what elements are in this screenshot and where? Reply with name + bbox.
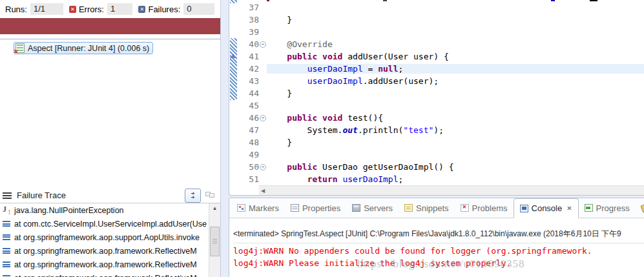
code-line[interactable]: 41 public void addUser(User user) {: [238, 50, 644, 63]
line-number[interactable]: 37: [238, 3, 259, 12]
tab-label: Markers: [249, 203, 279, 213]
tab-problems[interactable]: Problems: [455, 198, 514, 218]
line-number[interactable]: 42: [238, 64, 259, 74]
line-number[interactable]: 47: [238, 125, 259, 135]
failures-label: Failures:: [148, 5, 180, 14]
scrollbar-thumb[interactable]: [210, 227, 220, 256]
log-line: log4j:WARN No appenders could be found f…: [233, 245, 644, 257]
servers-icon: [352, 204, 360, 212]
error-count-icon: ✕: [69, 6, 76, 13]
line-number[interactable]: 50: [238, 162, 259, 172]
console-body[interactable]: <terminated> SpringTest.Aspect [JUnit] C…: [229, 218, 644, 269]
trace-text: at org.springframework.aop.framework.Ref…: [14, 247, 197, 256]
tab-label: Servers: [364, 203, 393, 213]
line-number[interactable]: 44: [238, 88, 259, 98]
stack-frame-icon: [3, 248, 10, 254]
tab-snippets[interactable]: Snippets: [399, 198, 455, 218]
line-number[interactable]: 48: [238, 138, 259, 147]
code-line[interactable]: 47 System.out.println("test");: [238, 124, 644, 136]
code-line[interactable]: 44 }: [238, 87, 644, 99]
compare-result-button[interactable]: [203, 190, 216, 201]
runs-label: Runs:: [5, 5, 27, 14]
console-view-panel: MarkersPropertiesServersSnippetsProblems…: [229, 198, 644, 277]
tab-search[interactable]: Search: [636, 198, 644, 218]
trace-text: at org.springframework.aop.framework.Ref…: [14, 274, 197, 277]
tab-label: Console: [532, 203, 563, 213]
code-line[interactable]: 40 @Override: [238, 38, 644, 50]
code-line[interactable]: 43 userDaoImpl.addUser(user);: [238, 75, 644, 87]
test-item-label: Aspect [Runner: JUnit 4] (0.006 s): [28, 44, 149, 53]
line-number[interactable]: 51: [238, 174, 259, 184]
scroll-left-icon[interactable]: ◀: [259, 188, 265, 194]
failure-trace-list[interactable]: java.lang.NullPointerExceptionat com.ctc…: [0, 203, 209, 277]
console-log-area: log4j:WARN No appenders could be found f…: [233, 243, 644, 269]
properties-icon: [291, 204, 299, 212]
failure-trace-scrollbar[interactable]: ▲: [209, 203, 220, 277]
tab-label: Properties: [302, 203, 340, 213]
code-text: public UserDao getUserDaoImpl() {: [267, 162, 644, 172]
annotation-ruler[interactable]: [229, 0, 238, 186]
trace-row[interactable]: at org.springframework.aop.framework.Ref…: [0, 244, 209, 258]
line-number[interactable]: 43: [238, 76, 259, 86]
code-line[interactable]: 51 return userDaoImpl;: [238, 173, 644, 185]
line-number[interactable]: 40: [238, 39, 259, 49]
stack-frame-icon: [3, 234, 10, 240]
code-lines[interactable]: 3738 }3940 @Override41 public void addUs…: [238, 1, 644, 185]
failures-value: 0: [183, 3, 214, 15]
line-number[interactable]: 39: [238, 27, 259, 37]
errors-label: Errors:: [79, 5, 104, 14]
stack-frame-icon: [3, 221, 10, 227]
code-line[interactable]: 39: [238, 26, 644, 38]
tab-console[interactable]: Console✕: [514, 198, 579, 218]
code-text: @Override: [267, 39, 644, 49]
junit-test-tree[interactable]: Aspect [Runner: JUnit 4] (0.006 s): [0, 39, 220, 187]
code-text: userDaoImpl = null;: [267, 64, 644, 74]
search-icon: [640, 203, 644, 213]
tab-markers[interactable]: Markers: [231, 198, 285, 218]
failure-count-icon: ✕: [138, 6, 145, 13]
code-line[interactable]: 46 public void test(){: [238, 112, 644, 124]
trace-row[interactable]: at com.ctc.ServiceImpl.UserServiceImpl.a…: [0, 217, 209, 231]
editor-horizontal-scrollbar[interactable]: ◀: [259, 185, 644, 195]
failure-trace-header: Failure Trace ➜➜: [0, 189, 220, 202]
code-text: public void test(){: [267, 113, 644, 123]
tab-close-icon[interactable]: ✕: [566, 205, 572, 212]
code-line[interactable]: 37: [238, 1, 644, 14]
line-number[interactable]: 41: [238, 52, 259, 61]
tab-label: Progress: [596, 203, 630, 213]
java-editor[interactable]: 3738 }3940 @Override41 public void addUs…: [229, 0, 644, 196]
fold-collapse-icon[interactable]: [259, 41, 267, 48]
trace-row[interactable]: at org.springframework.aop.framework.Ref…: [0, 258, 209, 271]
tab-properties[interactable]: Properties: [285, 198, 346, 218]
trace-row[interactable]: java.lang.NullPointerException: [0, 203, 209, 217]
scroll-up-icon[interactable]: ▲: [209, 203, 220, 213]
fold-collapse-icon[interactable]: [259, 115, 267, 121]
snippets-icon: [404, 204, 413, 212]
code-line[interactable]: 38 }: [238, 14, 644, 26]
fold-collapse-icon[interactable]: [259, 164, 267, 170]
test-tree-item-aspect[interactable]: Aspect [Runner: JUnit 4] (0.006 s): [14, 42, 153, 54]
diff-annotation: [230, 0, 237, 3]
line-number[interactable]: 49: [238, 150, 259, 159]
trace-row[interactable]: at org.springframework.aop.support.AopUt…: [0, 231, 209, 244]
trace-row[interactable]: at org.springframework.aop.framework.Ref…: [0, 271, 209, 277]
code-line[interactable]: 49: [238, 149, 644, 161]
line-number[interactable]: 46: [238, 113, 259, 123]
diff-annotation: [230, 38, 237, 100]
code-line[interactable]: 45: [238, 99, 644, 112]
trace-text: java.lang.NullPointerException: [14, 206, 124, 215]
trace-text: at org.springframework.aop.framework.Ref…: [14, 260, 197, 269]
code-text: System.out.println("test");: [267, 125, 644, 135]
filter-stack-trace-button[interactable]: ➜➜: [185, 189, 201, 203]
code-line[interactable]: 48 }: [238, 136, 644, 149]
failure-trace-menu-icon: [3, 192, 12, 199]
code-line[interactable]: 42 userDaoImpl = null;: [238, 63, 644, 75]
tab-progress[interactable]: Progress: [579, 198, 636, 218]
code-line[interactable]: 50 public UserDao getUserDaoImpl() {: [238, 161, 644, 173]
line-number[interactable]: 38: [238, 15, 259, 25]
line-number[interactable]: 45: [238, 101, 259, 110]
code-text: return userDaoImpl;: [267, 174, 644, 184]
test-error-icon: [16, 43, 25, 53]
trace-text: at com.ctc.ServiceImpl.UserServiceImpl.a…: [14, 220, 207, 229]
tab-servers[interactable]: Servers: [346, 198, 399, 218]
